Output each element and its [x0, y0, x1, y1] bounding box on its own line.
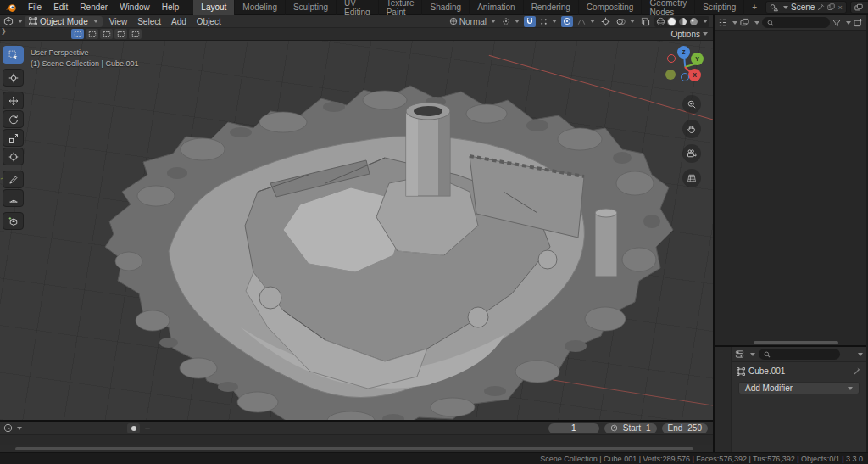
nav-camera-view-button[interactable]: [682, 144, 701, 163]
workspace-tab-rendering[interactable]: Rendering: [524, 0, 579, 15]
timeline-ruler[interactable]: [0, 434, 713, 445]
add-modifier-label: Add Modifier: [745, 383, 793, 393]
workspace-tab-+[interactable]: +: [744, 0, 765, 15]
properties-search-input[interactable]: [759, 349, 840, 360]
viewport-menu-select[interactable]: Select: [132, 17, 166, 26]
select-mode-intersect[interactable]: [129, 29, 142, 39]
show-gizmo-toggle[interactable]: [599, 16, 612, 27]
editor-type-outliner-icon[interactable]: [718, 18, 727, 27]
tool-move-button[interactable]: [3, 92, 24, 109]
workspace-tab-modeling[interactable]: Modeling: [235, 0, 286, 15]
tool-scale-button[interactable]: [3, 129, 24, 147]
workspace-tab-layout[interactable]: Layout: [193, 0, 235, 15]
add-modifier-button[interactable]: Add Modifier: [738, 382, 860, 394]
gizmo-negative-axis[interactable]: [681, 73, 689, 81]
timeline-expand-arrow[interactable]: ❯: [1, 27, 7, 35]
tool-add-cube-button[interactable]: [3, 212, 24, 230]
object-mode-dropdown[interactable]: Object Mode: [25, 16, 103, 27]
tool-transform-button[interactable]: [3, 148, 24, 165]
current-frame-field[interactable]: 1: [548, 423, 599, 433]
tool-measure-button[interactable]: [3, 189, 24, 207]
frame-start-field[interactable]: Start 1: [604, 423, 657, 433]
rotate-icon: [8, 115, 19, 125]
scene-name[interactable]: Scene: [791, 3, 815, 12]
snap-settings-dropdown[interactable]: [538, 16, 559, 27]
outliner-display-mode-icon[interactable]: [740, 18, 749, 27]
shading-solid-icon[interactable]: [667, 17, 676, 26]
viewport-canvas[interactable]: User Perspective (1) Scene Collection | …: [0, 41, 713, 420]
shading-rendered-icon[interactable]: [689, 17, 698, 26]
tool-annotate-button[interactable]: [3, 171, 24, 188]
workspace-tab-geometry-nodes[interactable]: Geometry Nodes: [642, 0, 695, 15]
falloff-dropdown[interactable]: [576, 16, 597, 27]
workspace-tab-scripting[interactable]: Scripting: [695, 0, 744, 15]
nav-ortho-grid-button[interactable]: [682, 169, 701, 187]
breadcrumb-object-name[interactable]: Cube.001: [748, 366, 785, 376]
pin-icon[interactable]: [817, 3, 825, 11]
gizmo-axis-z[interactable]: Z: [677, 46, 690, 59]
menu-file[interactable]: File: [22, 0, 47, 15]
editor-type-timeline-icon[interactable]: [3, 423, 13, 433]
timeline-scrollbar[interactable]: [0, 445, 713, 452]
workspace-tab-shading[interactable]: Shading: [422, 0, 470, 15]
tool-rotate-button[interactable]: [3, 110, 24, 128]
viewport-menu-view[interactable]: View: [104, 17, 133, 26]
outliner-editor: [715, 15, 866, 347]
shading-material-icon[interactable]: [678, 17, 687, 26]
castle-3d-model[interactable]: [29, 48, 698, 420]
viewlayer-selector[interactable]: ViewLayer ×: [850, 1, 868, 14]
blender-logo-icon[interactable]: [5, 2, 17, 14]
proportional-editing-toggle[interactable]: [561, 16, 573, 27]
overlays-toggle[interactable]: [615, 16, 637, 27]
menu-edit[interactable]: Edit: [47, 0, 74, 15]
select-mode-set[interactable]: [71, 29, 84, 39]
view-name: User Perspective: [31, 48, 138, 59]
nav-zoom-button[interactable]: [682, 95, 701, 114]
outliner-hscrollbar[interactable]: [715, 340, 866, 345]
scene-selector[interactable]: Scene ×: [765, 1, 847, 14]
menu-render[interactable]: Render: [74, 0, 114, 15]
tool-cursor-button[interactable]: [3, 69, 24, 87]
pin-icon[interactable]: [853, 367, 861, 376]
object-mode-label: Object Mode: [40, 17, 88, 26]
select-mode-subtract[interactable]: [100, 29, 113, 39]
workspace-tab-sculpting[interactable]: Sculpting: [286, 0, 337, 15]
editor-type-3d-icon[interactable]: [3, 16, 14, 26]
navigation-gizmo[interactable]: ZYX: [660, 46, 704, 90]
gizmo-negative-axis[interactable]: [665, 70, 676, 80]
editor-type-properties-icon[interactable]: [735, 349, 744, 359]
tool-select-box-button[interactable]: [3, 46, 24, 64]
transform-orientation-dropdown[interactable]: Normal: [448, 16, 498, 27]
blender-window: FileEditRenderWindowHelp LayoutModelingS…: [0, 0, 868, 464]
workspace-tab-compositing[interactable]: Compositing: [579, 0, 643, 15]
select-mode-invert[interactable]: [114, 29, 127, 39]
new-collection-icon[interactable]: [854, 18, 863, 27]
viewport-toolbar: [3, 46, 24, 230]
viewport-menu-object[interactable]: Object: [192, 17, 226, 26]
snap-toggle[interactable]: [524, 16, 536, 27]
new-scene-icon[interactable]: [827, 3, 835, 11]
select-mode-extend[interactable]: [86, 29, 98, 39]
workspace-tab-animation[interactable]: Animation: [470, 0, 523, 15]
pivot-point-dropdown[interactable]: [500, 16, 521, 27]
object-mode-icon: [29, 17, 37, 25]
viewport-menu-add[interactable]: Add: [166, 17, 192, 26]
outliner-search-input[interactable]: [762, 17, 830, 28]
shading-wireframe-icon[interactable]: [656, 17, 665, 26]
options-dropdown[interactable]: Options: [671, 30, 708, 39]
auto-keyframe-button[interactable]: [127, 423, 140, 433]
gizmo-axis-y[interactable]: Y: [691, 53, 704, 65]
search-icon: [764, 351, 771, 358]
workspace-tab-uv-editing[interactable]: UV Editing: [337, 0, 379, 15]
xray-toggle[interactable]: [639, 16, 652, 27]
filter-icon[interactable]: [832, 19, 841, 27]
gizmo-axis-x[interactable]: X: [688, 69, 701, 81]
falloff-icon: [577, 17, 586, 25]
start-value: 1: [646, 423, 651, 433]
gizmo-negative-axis[interactable]: [667, 54, 676, 63]
nav-pan-hand-button[interactable]: [682, 120, 701, 138]
menu-window[interactable]: Window: [114, 0, 156, 15]
frame-end-field[interactable]: End 250: [662, 423, 708, 433]
menu-help[interactable]: Help: [156, 0, 186, 15]
workspace-tab-texture-paint[interactable]: Texture Paint: [379, 0, 423, 15]
